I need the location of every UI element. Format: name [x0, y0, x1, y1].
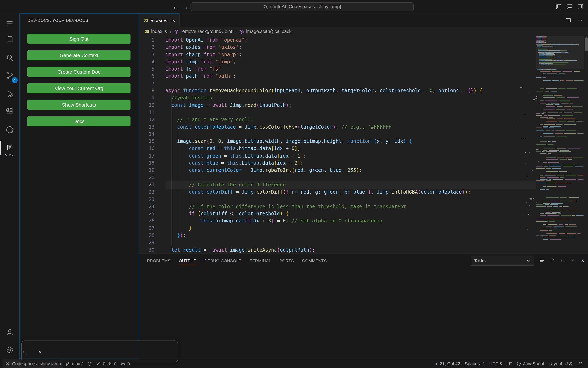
indentation-status[interactable]: Spaces: 2 — [463, 361, 487, 366]
line-number: 16 — [139, 145, 155, 152]
explorer-icon[interactable] — [0, 31, 19, 49]
toast-dot — [23, 351, 24, 353]
eol-status[interactable]: LF — [505, 361, 514, 366]
sidebar-button-sign-out[interactable]: Sign Out — [28, 34, 131, 44]
toast-close-icon[interactable]: × — [38, 349, 41, 354]
tab-index-js[interactable]: JS index.js × — [139, 14, 180, 27]
panel-tab-comments[interactable]: COMMENTS — [298, 254, 331, 267]
code-line: const blue = this.bitmap.data[idx + 2]; — [165, 159, 536, 167]
code-line: const currentColor = Jimp.rgbaToInt(red,… — [165, 167, 536, 174]
line-number: 25 — [139, 210, 155, 217]
editor-more-actions-icon[interactable]: ⋯ — [577, 17, 583, 23]
line-number: 7 — [139, 80, 155, 87]
panel-tab-terminal[interactable]: TERMINAL — [246, 254, 276, 267]
line-number: 1 — [139, 37, 155, 44]
sidebar-button-docs[interactable]: Docs — [28, 116, 131, 126]
panel-tab-debug-console[interactable]: DEBUG CONSOLE — [200, 254, 246, 267]
line-number: 12 — [139, 116, 155, 123]
panel-tab-ports[interactable]: PORTS — [275, 254, 298, 267]
breadcrumb-item[interactable]: removeBackgroundColor — [174, 29, 233, 34]
toggle-sidebar-icon[interactable] — [556, 4, 562, 10]
panel-tab-output[interactable]: OUTPUT — [175, 254, 200, 267]
panel-maximize-chevron-icon[interactable] — [571, 258, 576, 263]
search-view-icon[interactable] — [0, 49, 19, 67]
indent-guide — [189, 145, 189, 232]
remote-icon — [5, 361, 10, 366]
lock-scroll-icon[interactable] — [550, 258, 555, 263]
code-line: // Calculate the color difference — [165, 181, 536, 188]
cursor-position-status[interactable]: Ln 21, Col 42 — [432, 361, 462, 366]
devdocs-label: Dev-Docs — [0, 154, 19, 156]
js-file-icon: JS — [144, 18, 148, 22]
line-number: 23 — [139, 196, 155, 203]
nav-forward-icon[interactable]: → — [183, 4, 188, 10]
breadcrumb: JSindex.js›removeBackgroundColor›image.s… — [139, 27, 588, 37]
breadcrumb-item[interactable]: JSindex.js — [145, 29, 167, 34]
indentation-label: Spaces: 2 — [465, 361, 485, 366]
cursor-position-label: Ln 21, Col 42 — [433, 361, 460, 366]
menu-icon[interactable] — [0, 16, 19, 31]
code-line: // r and t are very cool!! — [165, 116, 536, 123]
line-number: 2 — [139, 44, 155, 51]
code-line: } — [165, 225, 536, 232]
js-file-icon: JS — [145, 29, 149, 34]
minimap[interactable] — [536, 37, 584, 254]
line-number: 27 — [139, 225, 155, 232]
indent-guide — [177, 116, 177, 239]
toast-dot — [26, 354, 27, 356]
devdocs-sidebar: DEV-DOCS: YOUR DEV-DOCS Sign OutGenerate… — [20, 14, 139, 359]
output-panel-content — [139, 267, 588, 359]
line-number: 8 — [139, 87, 155, 94]
github-icon[interactable] — [0, 121, 19, 139]
panel-more-actions-icon[interactable]: ⋯ — [560, 258, 566, 263]
panel-close-icon[interactable]: × — [581, 258, 584, 263]
editor-scrollbar[interactable] — [585, 37, 588, 51]
line-number: 3 — [139, 51, 155, 58]
breadcrumb-separator-icon: › — [235, 29, 237, 34]
extensions-icon[interactable] — [0, 103, 19, 121]
clear-output-icon[interactable] — [539, 258, 545, 263]
account-icon[interactable] — [0, 323, 19, 341]
line-number: 5 — [139, 65, 155, 73]
encoding-status[interactable]: UTF-8 — [487, 361, 504, 366]
breadcrumb-item[interactable]: image.scan() callback — [239, 29, 291, 34]
sidebar-button-show-shortcuts[interactable]: Show Shortcuts — [28, 100, 131, 110]
run-debug-icon[interactable] — [0, 85, 19, 103]
code-content[interactable]: import OpenAI from "openai";import axios… — [158, 37, 536, 254]
notifications-status[interactable] — [576, 361, 585, 366]
output-channel-select[interactable]: Tasks — [471, 256, 535, 265]
nav-back-icon[interactable]: ← — [173, 4, 178, 10]
code-editor[interactable]: 1234567891011121314151617181920212223242… — [139, 37, 588, 254]
panel-header: PROBLEMSOUTPUTDEBUG CONSOLETERMINALPORTS… — [139, 254, 588, 267]
devdocs-extension-icon[interactable]: Dev-Docs — [0, 139, 19, 157]
line-number-gutter[interactable]: 1234567891011121314151617181920212223242… — [139, 37, 158, 254]
settings-gear-icon[interactable] — [0, 341, 19, 359]
panel-tab-problems[interactable]: PROBLEMS — [143, 254, 175, 267]
vscode-window: ← → spriteAI [Codespaces: shiny lamp] — [0, 0, 588, 368]
breadcrumb-label: removeBackgroundColor — [181, 29, 232, 34]
breadcrumb-label: image.scan() callback — [246, 29, 292, 34]
line-number: 17 — [139, 152, 155, 159]
toggle-secondary-sidebar-icon[interactable] — [578, 4, 584, 10]
toggle-panel-icon[interactable] — [567, 4, 573, 10]
code-line: this.bitmap.data[idx + 3] = 0; // Set al… — [165, 217, 536, 224]
keyboard-layout-label: Layout: U.S. — [549, 361, 573, 366]
language-mode-status[interactable]: {} JavaScript — [514, 361, 546, 366]
command-center-search[interactable]: spriteAI [Codespaces: shiny lamp] — [191, 2, 414, 11]
line-number: 28 — [139, 232, 155, 239]
keyboard-layout-status[interactable]: Layout: U.S. — [547, 361, 575, 366]
line-number: 19 — [139, 167, 155, 174]
tab-close-icon[interactable]: × — [172, 17, 175, 23]
code-line — [165, 130, 536, 138]
bell-icon — [578, 361, 583, 366]
sidebar-button-view-your-current-org[interactable]: View Your Current Org — [28, 83, 131, 93]
line-number: 14 — [139, 130, 155, 138]
code-line — [165, 174, 536, 181]
code-line: import path from "path"; — [165, 73, 536, 80]
line-number: 4 — [139, 58, 155, 65]
split-editor-icon[interactable] — [565, 17, 571, 23]
sidebar-button-create-custom-doc[interactable]: Create Custom Doc — [28, 67, 131, 77]
source-control-icon[interactable]: 4 — [0, 67, 19, 85]
sidebar-button-generate-context[interactable]: Generate Context — [28, 50, 131, 60]
activity-bar: 4 Dev-Docs — [0, 14, 20, 359]
